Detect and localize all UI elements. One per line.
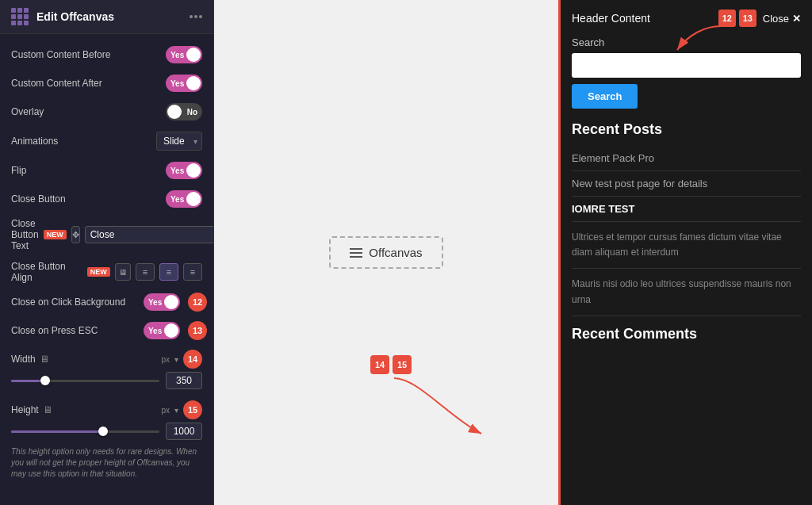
animations-select[interactable]: Slide Fade Push — [156, 132, 202, 151]
dots-icon — [190, 15, 202, 18]
header-content-title: Header Content — [572, 12, 650, 25]
custom-content-after-toggle[interactable]: Yes — [166, 75, 202, 92]
close-on-click-toggle[interactable]: Yes — [144, 293, 180, 311]
custom-content-after-label: Custom Content After — [11, 78, 102, 89]
width-slider[interactable] — [11, 380, 159, 382]
height-slider[interactable] — [11, 430, 159, 433]
right-step-13: 13 — [739, 10, 756, 27]
align-right-btn[interactable]: ≡ — [183, 263, 202, 281]
search-input[interactable] — [572, 53, 801, 78]
custom-content-before-label: Custom Content Before — [11, 49, 110, 60]
overlay-label: Overlay — [11, 106, 44, 117]
search-button[interactable]: Search — [572, 84, 638, 109]
animations-label: Animations — [11, 136, 58, 147]
right-panel-body: Search Search Recent Posts Element Pack … — [561, 36, 812, 505]
left-panel: Edit Offcanvas Custom Content Before Yes… — [0, 0, 214, 505]
overlay-toggle[interactable]: No — [166, 103, 202, 121]
height-label: Height 🖥 — [11, 404, 52, 415]
panel-header: Edit Offcanvas — [0, 0, 213, 34]
close-button-text-row: Close Button Text NEW ✥ 🗑 — [0, 213, 213, 256]
right-step-12: 12 — [718, 10, 736, 27]
step-badge-15: 15 — [183, 400, 202, 419]
align-left-btn[interactable]: ≡ — [136, 263, 155, 281]
width-monitor-icon: 🖥 — [40, 354, 49, 365]
close-x-icon: ✕ — [792, 13, 801, 25]
width-label: Width 🖥 — [11, 354, 49, 365]
offcanvas-button-label: Offcanvas — [369, 246, 422, 259]
post-link-1[interactable]: Element Pack Pro — [572, 146, 801, 171]
width-input[interactable] — [166, 372, 202, 389]
overlay-row: Overlay No — [0, 98, 213, 126]
panel-title: Edit Offcanvas — [36, 10, 114, 23]
custom-content-before-row: Custom Content Before Yes — [0, 40, 213, 69]
align-center-btn[interactable]: ≡ — [159, 263, 178, 281]
post-description-1: Ultrices et tempor cursus fames dictum v… — [572, 222, 801, 269]
close-button-align-row: Close Button Align NEW 🖥 ≡ ≡ ≡ — [0, 256, 213, 288]
step-badge-14: 14 — [183, 350, 202, 369]
hamburger-icon — [350, 248, 362, 258]
panel-header-left: Edit Offcanvas — [11, 8, 114, 25]
recent-comments-title: Recent Comments — [572, 326, 801, 342]
close-button-text-label: Close Button Text — [11, 218, 39, 251]
close-on-esc-row: Close on Press ESC Yes 13 — [0, 316, 213, 345]
close-button-text-input[interactable] — [85, 226, 213, 243]
search-label: Search — [572, 36, 801, 48]
custom-content-after-row: Custom Content After Yes — [0, 69, 213, 98]
right-panel: Header Content 12 13 Close ✕ Search Sear… — [558, 0, 812, 505]
close-on-esc-label: Close on Press ESC — [11, 325, 98, 336]
height-row: Height 🖥 px ▾ 15 — [0, 396, 213, 442]
close-button-align-label: Close Button Align — [11, 261, 82, 283]
new-badge: NEW — [44, 230, 67, 239]
step-badge-13: 13 — [188, 321, 207, 340]
animations-row: Animations Slide Fade Push — [0, 126, 213, 156]
recent-posts-title: Recent Posts — [572, 121, 801, 138]
close-on-esc-toggle[interactable]: Yes — [144, 322, 180, 339]
panel-body: Custom Content Before Yes Custom Content… — [0, 34, 213, 505]
close-button-label: Close Button — [11, 193, 66, 205]
arrow-svg — [386, 370, 481, 450]
post-link-3[interactable]: IOMRE TEST — [572, 197, 801, 222]
close-on-click-label: Close on Click Background — [11, 296, 125, 308]
step-badge-12: 12 — [188, 293, 207, 312]
close-button-row: Close Button Yes — [0, 185, 213, 213]
search-section: Search Search — [572, 36, 801, 109]
offcanvas-preview-button[interactable]: Offcanvas — [329, 236, 442, 269]
align-new-badge: NEW — [87, 267, 110, 277]
flip-row: Flip Yes — [0, 156, 213, 185]
post-description-2: Mauris nisi odio leo ultrices suspendiss… — [572, 269, 801, 316]
flip-toggle[interactable]: Yes — [166, 162, 202, 179]
close-button-toggle[interactable]: Yes — [166, 190, 202, 208]
height-input[interactable] — [166, 423, 202, 440]
offcanvas-close-btn[interactable]: Close ✕ — [763, 13, 801, 25]
right-step-badges: 12 13 — [718, 10, 756, 27]
close-text: Close — [763, 13, 789, 25]
grid-icon — [11, 8, 29, 25]
animations-select-wrap: Slide Fade Push — [156, 132, 202, 151]
post-link-2[interactable]: New test post page for details — [572, 171, 801, 197]
right-panel-header: Header Content 12 13 Close ✕ — [561, 0, 812, 36]
close-text-icon-btn[interactable]: ✥ — [71, 226, 80, 243]
canvas: Offcanvas 14 15 — [214, 0, 558, 505]
width-row: Width 🖥 px ▾ 14 — [0, 345, 213, 391]
height-hint: This height option only needs for rare d… — [0, 442, 213, 488]
close-on-click-row: Close on Click Background Yes 12 — [0, 288, 213, 316]
custom-content-before-toggle[interactable]: Yes — [166, 46, 202, 63]
align-monitor-icon[interactable]: 🖥 — [115, 263, 131, 281]
height-monitor-icon: 🖥 — [43, 404, 52, 415]
flip-label: Flip — [11, 165, 26, 176]
